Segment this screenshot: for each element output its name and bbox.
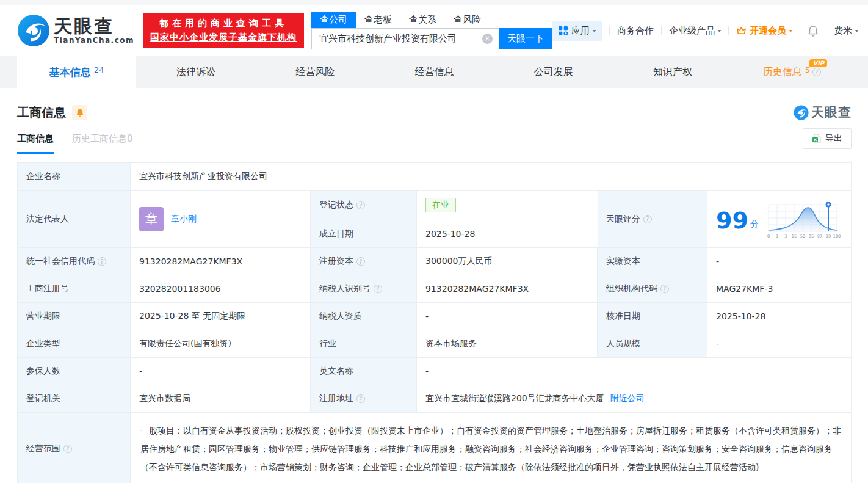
legal-rep-cell: 章 章小刚: [131, 191, 311, 247]
nav-separator: [728, 26, 729, 35]
svg-text:0: 0: [767, 234, 770, 239]
avatar[interactable]: 章: [139, 207, 164, 231]
table-row: 登记机关 宜兴市数据局 注册地址 ? 宜兴市宜城街道洑溪路200号汇龙商务中心大…: [18, 385, 851, 413]
promo-line2: 国家中小企业发展子基金旗下机构: [150, 32, 297, 43]
tab-basic-info-label: 基本信息: [49, 65, 91, 79]
taxpayer-id-label: 纳税人识别号 ?: [311, 275, 417, 302]
taxpayer-id-value: 91320282MAG27KMF3X: [417, 275, 598, 302]
legal-rep-label: 法定代表人: [18, 191, 131, 247]
clear-icon[interactable]: ×: [482, 34, 493, 44]
legal-rep-name-link[interactable]: 章小刚: [171, 214, 197, 225]
tab-basic-info[interactable]: 基本信息 24: [17, 56, 136, 88]
reg-status-label-text: 登记状态: [319, 200, 353, 211]
status-date-column: 登记状态 ? 在业 成立日期 2025-10-28: [311, 191, 598, 247]
nav-separator: [800, 26, 800, 35]
business-term-value: 2025-10-28 至 无固定期限: [131, 303, 311, 330]
help-icon[interactable]: ?: [356, 257, 365, 266]
approval-date-value: 2025-10-28: [707, 303, 851, 330]
apps-label: 应用: [571, 25, 590, 37]
tianyancha-logo-icon: [17, 14, 50, 47]
credit-code-value: 91320282MAG27KMF3X: [131, 248, 311, 275]
bell-icon: [76, 108, 84, 117]
tab-company-development[interactable]: 公司发展: [494, 56, 613, 88]
tab-history-info[interactable]: VIP 历史信息 5 ?: [732, 56, 852, 88]
staff-size-value: -: [707, 330, 851, 357]
help-icon[interactable]: ?: [660, 285, 669, 293]
apps-menu[interactable]: 应用 ▾: [552, 21, 602, 41]
nav-separator: [826, 26, 826, 35]
tab-legal-proceedings[interactable]: 法律诉讼: [136, 56, 255, 88]
company-name-value: 宜兴市科技创新产业投资有限公司: [131, 163, 851, 190]
svg-text:85: 85: [809, 234, 814, 239]
export-label: 导出: [825, 133, 842, 144]
reg-status-label: 登记状态 ?: [311, 191, 417, 220]
tab-intellectual-property[interactable]: 知识产权: [613, 56, 732, 88]
section-title: 工商信息: [17, 104, 66, 121]
registered-address-label: 注册地址 ?: [311, 385, 417, 412]
taxpayer-id-label-text: 纳税人识别号: [319, 283, 371, 294]
company-tab-bar: 基本信息 24 法律诉讼 经营风险 经营信息 公司发展 知识产权 VIP 历史信…: [0, 56, 868, 88]
svg-text:50: 50: [800, 234, 805, 239]
business-term-label: 营业期限: [18, 303, 131, 330]
nearby-companies-link[interactable]: 附近公司: [610, 393, 645, 404]
company-name-label: 企业名称: [18, 163, 131, 190]
help-icon[interactable]: ?: [374, 285, 382, 293]
registered-capital-label-text: 注册资本: [319, 256, 353, 267]
search-tab-risk[interactable]: 查风险: [445, 12, 490, 28]
business-info-table: 企业名称 宜兴市科技创新产业投资有限公司 法定代表人 章 章小刚 登记状态 ? …: [17, 162, 852, 483]
help-icon[interactable]: ?: [98, 257, 106, 266]
search-tabs: 查公司 查老板 查关系 查风险: [311, 12, 552, 28]
excel-icon: [812, 134, 822, 143]
brand-name: 天眼查: [54, 16, 134, 36]
search-tab-company[interactable]: 查公司: [311, 12, 356, 28]
business-coop-link[interactable]: 商务合作: [617, 25, 654, 37]
logo-text: 天眼查 TianYanCha.com: [54, 16, 134, 45]
notifications-button[interactable]: [808, 25, 819, 37]
help-icon[interactable]: ?: [63, 445, 72, 453]
help-icon[interactable]: ?: [356, 201, 365, 209]
credit-code-label: 统一社会信用代码 ?: [18, 248, 131, 275]
table-row: 经营范围 ? 一般项目：以自有资金从事投资活动；股权投资；创业投资（限投资未上市…: [18, 413, 851, 483]
help-icon[interactable]: ?: [643, 215, 652, 223]
user-menu[interactable]: 费米 ▾: [834, 25, 858, 37]
brand-domain: TianYanCha.com: [54, 36, 134, 45]
subtab-business-info[interactable]: 工商信息: [17, 133, 54, 154]
open-membership-menu[interactable]: 开通会员 ▾: [736, 25, 792, 37]
svg-text:15: 15: [792, 234, 797, 239]
tianyancha-logo[interactable]: 天眼查 TianYanCha.com: [17, 14, 134, 47]
help-icon[interactable]: ?: [812, 68, 821, 76]
taxpayer-qualification-value: -: [417, 303, 598, 330]
business-scope-label: 经营范围 ?: [18, 413, 131, 483]
enterprise-products-menu[interactable]: 企业级产品 ▾: [669, 25, 721, 37]
registration-number-value: 320282001183006: [131, 275, 311, 302]
subtab-row: 工商信息 历史工商信息0 导出: [0, 133, 868, 154]
help-icon[interactable]: ?: [356, 394, 365, 403]
nav-separator: [661, 26, 662, 35]
header: 天眼查 TianYanCha.com 都在用的商业查询工具 国家中小企业发展子基…: [0, 5, 868, 56]
registered-address-cell: 宜兴市宜城街道洑溪路200号汇龙商务中心大厦 附近公司: [417, 385, 851, 412]
tab-operating-info[interactable]: 经营信息: [375, 56, 494, 88]
search-area: 查公司 查老板 查关系 查风险 × 天眼一下: [311, 12, 552, 49]
crown-icon: [736, 26, 747, 36]
subtab-history-business-info[interactable]: 历史工商信息0: [72, 133, 133, 154]
chevron-down-icon: ▾: [593, 28, 596, 34]
search-tab-relation[interactable]: 查关系: [400, 12, 445, 28]
credit-code-label-text: 统一社会信用代码: [26, 256, 95, 267]
open-membership-label: 开通会员: [750, 25, 786, 37]
search-button[interactable]: 天眼一下: [499, 28, 552, 49]
org-code-value: MAG27KMF-3: [707, 275, 851, 302]
search-input[interactable]: [311, 28, 499, 49]
export-button[interactable]: 导出: [803, 128, 852, 149]
top-strip: [0, 0, 868, 5]
taxpayer-qualification-label: 纳税人资质: [311, 303, 417, 330]
business-scope-value: 一般项目：以自有资金从事投资活动；股权投资；创业投资（限投资未上市企业）；自有资…: [131, 413, 851, 483]
table-row: 成立日期 2025-10-28: [311, 220, 597, 247]
registry-authority-label: 登记机关: [18, 385, 131, 412]
table-row: 工商注册号 320282001183006 纳税人识别号 ? 91320282M…: [18, 275, 851, 303]
tab-operating-risk[interactable]: 经营风险: [256, 56, 375, 88]
monitor-bell-button[interactable]: [72, 105, 87, 120]
insured-count-label: 参保人数: [18, 358, 131, 385]
enterprise-products-label: 企业级产品: [669, 25, 715, 37]
search-bar: × 天眼一下: [311, 28, 552, 49]
search-tab-boss[interactable]: 查老板: [356, 12, 400, 28]
